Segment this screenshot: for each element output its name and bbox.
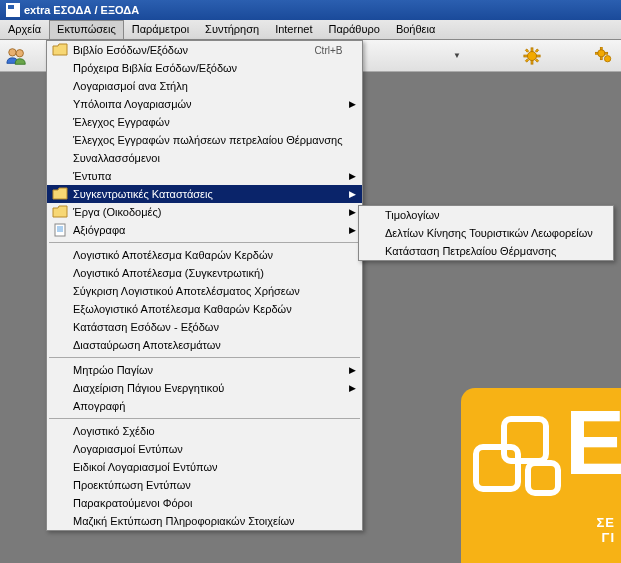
svg-rect-8	[535, 58, 538, 61]
svg-rect-5	[524, 55, 528, 57]
blank-icon	[51, 247, 69, 263]
menubar: ΑρχείαΕκτυπώσειςΠαράμετροιΣυντήρησηInter…	[0, 20, 621, 40]
blank-icon	[51, 423, 69, 439]
menu-item[interactable]: Λογαριασμοί ανα Στήλη	[47, 77, 362, 95]
menubar-item[interactable]: Παράθυρο	[320, 20, 387, 39]
menu-item[interactable]: Έντυπα▶	[47, 167, 362, 185]
menu-item-label: Εξωλογιστικό Αποτέλεσμα Καθαρών Κερδών	[73, 303, 342, 315]
svg-rect-16	[605, 52, 608, 54]
submenu-item-label: Δελτίων Κίνησης Τουριστικών Λεωφορείων	[385, 227, 593, 239]
svg-point-11	[598, 49, 605, 56]
users-icon[interactable]	[6, 45, 28, 67]
menu-item[interactable]: Μητρώο Παγίων▶	[47, 361, 362, 379]
svg-point-12	[604, 55, 610, 61]
menu-item[interactable]: Βιβλίο Εσόδων/ΕξόδωνCtrl+B	[47, 41, 362, 59]
menubar-item[interactable]: Βοήθεια	[388, 20, 443, 39]
menu-item-label: Πρόχειρα Βιβλία Εσόδων/Εξόδων	[73, 62, 342, 74]
blank-icon	[51, 283, 69, 299]
menu-item[interactable]: Συγκεντρωτικές Καταστάσεις▶	[47, 185, 362, 203]
menu-item-label: Λογιστικό Αποτέλεσμα (Συγκεντρωτική)	[73, 267, 342, 279]
menu-item[interactable]: Λογιστικό Σχέδιο	[47, 422, 362, 440]
menu-item-label: Λογιστικό Σχέδιο	[73, 425, 342, 437]
blank-icon	[51, 96, 69, 112]
svg-rect-17	[55, 224, 65, 236]
menubar-item[interactable]: Συντήρηση	[197, 20, 267, 39]
blank-icon	[51, 114, 69, 130]
window-title: extra ΕΣΟΔΑ / ΕΞΟΔΑ	[24, 4, 139, 16]
gear-icon-1[interactable]	[521, 45, 543, 67]
menu-item-label: Απογραφή	[73, 400, 342, 412]
blank-icon	[51, 265, 69, 281]
menu-item[interactable]: Εξωλογιστικό Αποτέλεσμα Καθαρών Κερδών	[47, 300, 362, 318]
svg-rect-6	[537, 55, 541, 57]
menu-item[interactable]: Έργα (Οικοδομές)▶	[47, 203, 362, 221]
menu-item[interactable]: Συναλλασσόμενοι	[47, 149, 362, 167]
menu-item[interactable]: Προεκτύπωση Εντύπων	[47, 476, 362, 494]
menu-item[interactable]: Λογιστικό Αποτέλεσμα Καθαρών Κερδών	[47, 246, 362, 264]
menubar-item[interactable]: Εκτυπώσεις	[49, 20, 124, 39]
menubar-item[interactable]: Αρχεία	[0, 20, 49, 39]
brand-logo: E ΣΕ ΓΙ	[461, 388, 621, 563]
submenu-arrow-icon: ▶	[349, 189, 356, 199]
menu-item[interactable]: Διασταύρωση Αποτελεσμάτων	[47, 336, 362, 354]
gear-icon-2[interactable]	[593, 45, 615, 67]
menu-item-label: Κατάσταση Εσόδων - Εξόδων	[73, 321, 342, 333]
menu-item[interactable]: Αξιόγραφα▶	[47, 221, 362, 239]
toolbar-drop-caret[interactable]: ▼	[453, 51, 461, 60]
menu-item-label: Μητρώο Παγίων	[73, 364, 342, 376]
menu-item-label: Λογαριασμοί ανα Στήλη	[73, 80, 342, 92]
menubar-item[interactable]: Internet	[267, 20, 320, 39]
blank-icon	[51, 168, 69, 184]
menu-item[interactable]: Υπόλοιπα Λογαριασμών▶	[47, 95, 362, 113]
menu-item-label: Παρακρατούμενοι Φόροι	[73, 497, 342, 509]
menu-item[interactable]: Ειδικοί Λογαριασμοί Εντύπων	[47, 458, 362, 476]
menu-item[interactable]: Σύγκριση Λογιστικού Αποτελέσματος Χρήσεω…	[47, 282, 362, 300]
submenu-arrow-icon: ▶	[349, 365, 356, 375]
blank-icon	[51, 78, 69, 94]
menu-item[interactable]: Λογιστικό Αποτέλεσμα (Συγκεντρωτική)	[47, 264, 362, 282]
menu-item[interactable]: Έλεγχος Εγγραφών πωλήσεων πετρελαίου Θέρ…	[47, 131, 362, 149]
menu-item-label: Διαχείριση Πάγιου Ενεργητικού	[73, 382, 342, 394]
menu-item[interactable]: Απογραφή	[47, 397, 362, 415]
submenu-arrow-icon: ▶	[349, 225, 356, 235]
aggregated-statements-submenu: ΤιμολογίωνΔελτίων Κίνησης Τουριστικών Λε…	[358, 205, 614, 261]
blank-icon	[51, 337, 69, 353]
blank-icon	[363, 225, 381, 241]
blank-icon	[51, 362, 69, 378]
menu-item-label: Λογιστικό Αποτέλεσμα Καθαρών Κερδών	[73, 249, 342, 261]
blank-icon	[51, 441, 69, 457]
menu-item-label: Έλεγχος Εγγραφών	[73, 116, 342, 128]
blank-icon	[51, 477, 69, 493]
menubar-item[interactable]: Παράμετροι	[124, 20, 197, 39]
menu-item-shortcut: Ctrl+B	[314, 45, 342, 56]
logo-letter: E	[565, 398, 621, 488]
menu-item-label: Μαζική Εκτύπωση Πληροφοριακών Στοιχείων	[73, 515, 342, 527]
menu-item[interactable]: Μαζική Εκτύπωση Πληροφοριακών Στοιχείων	[47, 512, 362, 530]
svg-rect-10	[525, 58, 528, 61]
doc-icon	[51, 222, 69, 238]
submenu-item[interactable]: Κατάσταση Πετρελαίου Θέρμανσης	[359, 242, 613, 260]
blank-icon	[51, 319, 69, 335]
menu-item[interactable]: Κατάσταση Εσόδων - Εξόδων	[47, 318, 362, 336]
blank-icon	[51, 150, 69, 166]
menu-item[interactable]: Έλεγχος Εγγραφών	[47, 113, 362, 131]
menu-item[interactable]: Λογαριασμοί Εντύπων	[47, 440, 362, 458]
menu-item[interactable]: Πρόχειρα Βιβλία Εσόδων/Εξόδων	[47, 59, 362, 77]
menu-item[interactable]: Παρακρατούμενοι Φόροι	[47, 494, 362, 512]
menu-item-label: Βιβλίο Εσόδων/Εξόδων	[73, 44, 314, 56]
submenu-arrow-icon: ▶	[349, 383, 356, 393]
submenu-item[interactable]: Δελτίων Κίνησης Τουριστικών Λεωφορείων	[359, 224, 613, 242]
menu-item-label: Αξιόγραφα	[73, 224, 342, 236]
svg-rect-15	[595, 52, 598, 54]
titlebar: extra ΕΣΟΔΑ / ΕΞΟΔΑ	[0, 0, 621, 20]
folder-icon	[51, 42, 69, 58]
blank-icon	[51, 60, 69, 76]
svg-rect-13	[600, 47, 602, 50]
submenu-item[interactable]: Τιμολογίων	[359, 206, 613, 224]
submenu-item-label: Τιμολογίων	[385, 209, 593, 221]
menu-item[interactable]: Διαχείριση Πάγιου Ενεργητικού▶	[47, 379, 362, 397]
svg-rect-9	[535, 49, 538, 52]
print-menu-dropdown: Βιβλίο Εσόδων/ΕξόδωνCtrl+BΠρόχειρα Βιβλί…	[46, 40, 363, 531]
folder-icon	[51, 204, 69, 220]
logo-subtext: ΣΕ ΓΙ	[597, 515, 615, 545]
